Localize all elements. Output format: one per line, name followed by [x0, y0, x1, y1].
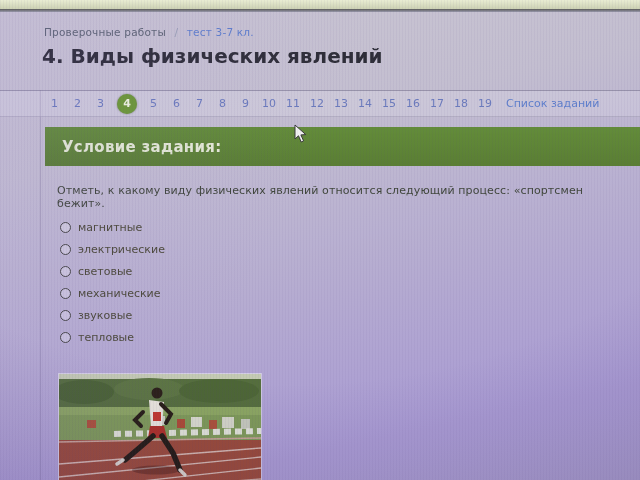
radio-button-icon[interactable]	[60, 310, 71, 321]
radio-button-icon[interactable]	[60, 288, 71, 299]
pagination-page-2[interactable]: 2	[71, 94, 84, 114]
option-label: тепловые	[78, 331, 134, 344]
pagination-page-7[interactable]: 7	[193, 94, 206, 114]
option-label: магнитные	[78, 221, 142, 234]
radio-button-icon[interactable]	[60, 332, 71, 343]
pagination-page-17[interactable]: 17	[430, 94, 444, 114]
pagination-page-3[interactable]: 3	[94, 94, 107, 114]
pagination-page-15[interactable]: 15	[382, 94, 396, 114]
screen-photo: Проверочные работы / тест 3-7 кл. 4. Вид…	[0, 0, 640, 480]
pagination-page-13[interactable]: 13	[334, 94, 348, 114]
mouse-cursor	[294, 124, 308, 148]
option-label: механические	[78, 287, 161, 300]
quiz-page: Проверочные работы / тест 3-7 кл. 4. Вид…	[0, 12, 640, 480]
pagination-page-4[interactable]: 4	[117, 94, 137, 114]
pagination-page-18[interactable]: 18	[454, 94, 468, 114]
radio-button-icon[interactable]	[60, 244, 71, 255]
pagination-page-8[interactable]: 8	[216, 94, 229, 114]
question-text: Отметь, к какому виду физических явлений…	[57, 184, 602, 210]
option-row[interactable]: механические	[60, 282, 165, 304]
pagination-page-14[interactable]: 14	[358, 94, 372, 114]
pagination-page-12[interactable]: 12	[310, 94, 324, 114]
monitor-top-edge	[0, 0, 640, 9]
pagination-page-10[interactable]: 10	[262, 94, 276, 114]
pagination-page-9[interactable]: 9	[239, 94, 252, 114]
sprinter-figure	[117, 388, 185, 476]
option-label: электрические	[78, 243, 165, 256]
option-row[interactable]: тепловые	[60, 326, 165, 348]
option-label: световые	[78, 265, 132, 278]
breadcrumb-section[interactable]: Проверочные работы	[44, 26, 166, 38]
task-header-bar: Условие задания:	[45, 127, 640, 166]
option-row[interactable]: магнитные	[60, 216, 165, 238]
radio-button-icon[interactable]	[60, 266, 71, 277]
sky	[59, 374, 261, 381]
option-row[interactable]: электрические	[60, 238, 165, 260]
breadcrumb: Проверочные работы / тест 3-7 кл.	[44, 26, 254, 38]
pagination-page-19[interactable]: 19	[478, 94, 492, 114]
radio-button-icon[interactable]	[60, 222, 71, 233]
option-label: звуковые	[78, 309, 132, 322]
pagination-page-1[interactable]: 1	[48, 94, 61, 114]
pagination-page-16[interactable]: 16	[406, 94, 420, 114]
pagination-page-5[interactable]: 5	[147, 94, 160, 114]
breadcrumb-current-link[interactable]: тест 3-7 кл.	[187, 26, 254, 38]
pagination-pages: 12345678910111213141516171819	[48, 94, 502, 114]
breadcrumb-separator: /	[174, 26, 178, 38]
option-row[interactable]: световые	[60, 260, 165, 282]
content-left-border	[40, 90, 41, 480]
task-list-link[interactable]: Список заданий	[506, 97, 599, 110]
task-image-sprinter	[58, 373, 262, 480]
task-header-label: Условие задания:	[62, 138, 222, 156]
pagination-bar: 12345678910111213141516171819 Список зад…	[0, 90, 640, 117]
pagination-page-11[interactable]: 11	[286, 94, 300, 114]
pagination-page-6[interactable]: 6	[170, 94, 183, 114]
page-title: 4. Виды физических явлений	[42, 44, 383, 68]
options-list: магнитныеэлектрическиесветовыемеханическ…	[60, 216, 165, 348]
option-row[interactable]: звуковые	[60, 304, 165, 326]
